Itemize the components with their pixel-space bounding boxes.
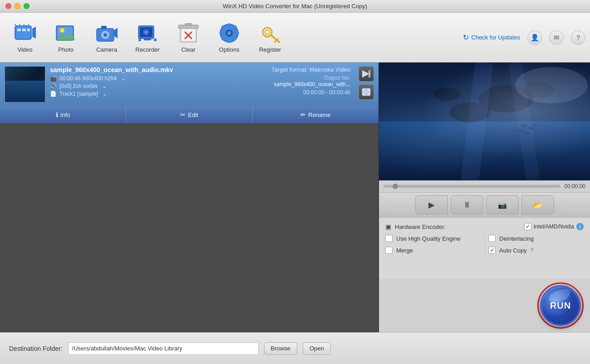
auto-copy-help-icon[interactable]: ? — [531, 247, 534, 253]
hardware-encoder-label: Hardware Encoder: — [395, 223, 446, 230]
minimize-button[interactable] — [15, 3, 20, 9]
toolbar-photo-label: Photo — [58, 46, 74, 53]
merge-row: Merge — [385, 247, 481, 254]
toolbar-item-clear[interactable]: Clear — [168, 19, 209, 57]
svg-point-59 — [449, 102, 490, 122]
options-icon — [218, 22, 240, 44]
run-button-area: RUN — [379, 279, 590, 332]
hw-encoder-checkbox[interactable] — [524, 223, 531, 230]
toolbar-recorder-label: Recorder — [135, 46, 159, 53]
svg-rect-35 — [228, 23, 230, 27]
svg-rect-37 — [219, 32, 223, 34]
scrubber-thumb[interactable] — [393, 184, 398, 189]
mail-icon-button[interactable]: ✉ — [549, 30, 564, 45]
file-target-info: Target format: Matroska Video Output fil… — [271, 66, 350, 96]
file-audio-meta: 🔊 [0x0] 2ch vorbis ⌄ — [50, 83, 267, 89]
photo-icon — [55, 22, 77, 44]
check-updates-link[interactable]: ↻ Check for Updates — [463, 33, 520, 42]
video-icon — [14, 22, 36, 44]
destination-label: Destination Folder: — [9, 345, 63, 352]
hw-info-button[interactable]: i — [576, 223, 584, 230]
pause-button[interactable]: ⏸ — [451, 195, 483, 214]
file-audio-meta-text: [0x0] 2ch vorbis — [59, 83, 98, 89]
refresh-icon: ↻ — [463, 33, 469, 42]
user-icon-button[interactable]: 👤 — [527, 30, 542, 45]
svg-point-12 — [60, 28, 64, 33]
toolbar-item-photo[interactable]: Photo — [45, 19, 86, 57]
svg-rect-49 — [369, 70, 370, 78]
mail-icon: ✉ — [554, 34, 560, 42]
svg-rect-4 — [22, 29, 26, 31]
browse-button[interactable]: Browse — [264, 342, 297, 355]
video-controls: ▶ ⏸ 📷 📂 — [379, 192, 590, 218]
file-actions-bar: ℹ Info ✂ Edit ✏ Rename — [0, 106, 379, 123]
svg-rect-3 — [17, 29, 21, 31]
file-play-settings-button[interactable] — [359, 66, 374, 82]
file-subtitle-meta-text: Track1 [sample] — [59, 91, 98, 97]
file-thumbnail — [5, 66, 45, 102]
svg-rect-38 — [236, 32, 239, 34]
options-grid: Use High Quality Engine Merge Deinterlac… — [385, 235, 584, 258]
rename-action[interactable]: ✏ Rename — [253, 106, 379, 123]
screenshot-button[interactable]: 📷 — [486, 195, 519, 214]
hw-encoder-right: Intel/AMD/Nvidia i — [524, 223, 584, 230]
file-subtitle-meta: 📄 Track1 [sample] ⌄ — [50, 91, 267, 97]
svg-rect-5 — [27, 29, 30, 31]
high-quality-checkbox[interactable] — [385, 235, 393, 242]
svg-point-25 — [145, 31, 148, 34]
toolbar-item-recorder[interactable]: Recorder — [127, 19, 168, 57]
auto-copy-label: Auto Copy — [499, 247, 527, 254]
run-button[interactable]: RUN — [540, 285, 581, 326]
preview-video — [379, 63, 590, 180]
run-label: RUN — [550, 301, 571, 311]
folder-button[interactable]: 📂 — [521, 195, 554, 214]
edit-label: Edit — [188, 112, 198, 118]
maximize-button[interactable] — [24, 3, 30, 9]
edit-action[interactable]: ✂ Edit — [126, 106, 252, 123]
svg-point-34 — [227, 31, 231, 35]
options-right-col: Deinterlacing Auto Copy ? — [485, 235, 584, 258]
open-button[interactable]: Open — [303, 342, 331, 355]
help-icon: ? — [576, 34, 580, 41]
svg-rect-1 — [16, 27, 30, 39]
file-edit-settings-button[interactable] — [359, 84, 374, 100]
play-button[interactable]: ▶ — [415, 195, 448, 214]
high-quality-row: Use High Quality Engine — [385, 235, 481, 242]
rename-label: Rename — [308, 112, 330, 118]
output-file-name: sample_960x400_ocean_with... — [271, 81, 350, 87]
window-title: WinX HD Video Converter for Mac (Unregis… — [223, 3, 367, 10]
close-button[interactable] — [5, 3, 11, 9]
preview-frame-svg — [379, 63, 590, 180]
svg-marker-48 — [362, 70, 369, 78]
file-video-meta-text: 00:00:46 960x400 h264 — [59, 75, 117, 82]
file-entry-header: sample_960x400_ocean_with_audio.mkv 🎬 00… — [5, 66, 374, 102]
play-icon: ▶ — [428, 200, 435, 210]
svg-point-63 — [528, 127, 534, 130]
bottom-bar: Destination Folder: Browse Open — [0, 332, 590, 364]
auto-copy-checkbox[interactable] — [488, 247, 496, 254]
svg-rect-57 — [379, 121, 590, 180]
toolbar-options-label: Options — [219, 46, 240, 53]
deinterlacing-label: Deinterlacing — [499, 235, 534, 242]
auto-copy-row: Auto Copy ? — [488, 247, 584, 254]
svg-point-61 — [433, 87, 461, 101]
merge-checkbox[interactable] — [385, 247, 393, 254]
toolbar-item-register[interactable]: Register — [250, 19, 290, 57]
toolbar-item-options[interactable]: Options — [209, 19, 250, 57]
video-scrubber[interactable] — [384, 185, 560, 188]
file-panel: sample_960x400_ocean_with_audio.mkv 🎬 00… — [0, 63, 379, 332]
info-action[interactable]: ℹ Info — [0, 106, 126, 123]
hw-encoder-icon: ▣ — [385, 223, 391, 230]
audio-chevron-icon: ⌄ — [102, 83, 107, 89]
deinterlacing-checkbox[interactable] — [488, 235, 496, 242]
toolbar-item-camera[interactable]: Camera — [86, 19, 127, 57]
toolbar: Video Photo Camera — [0, 13, 590, 63]
video-scrubber-area: 00:00:00 — [379, 180, 590, 192]
svg-point-17 — [104, 34, 107, 36]
run-button-wrapper: RUN — [537, 282, 584, 329]
toolbar-item-video[interactable]: Video — [5, 19, 45, 57]
hardware-encoder-row: ▣ Hardware Encoder: Intel/AMD/Nvidia i — [385, 223, 584, 230]
toolbar-video-label: Video — [17, 46, 32, 53]
destination-path-input[interactable] — [68, 342, 259, 355]
help-icon-button[interactable]: ? — [571, 30, 585, 45]
